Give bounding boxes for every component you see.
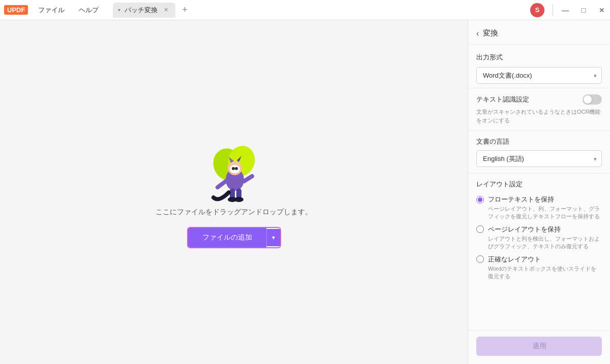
- svg-point-6: [235, 167, 238, 170]
- tab-close-icon[interactable]: ✕: [164, 7, 168, 13]
- layout-option-exact: 正確なレイアウト Wordのテキストボックスを使いスライドを復元する: [476, 255, 602, 281]
- drop-text: ここにファイルをドラッグアンドロップします。: [156, 208, 312, 217]
- layout-radio-exact[interactable]: [476, 255, 484, 263]
- svg-point-4: [230, 165, 240, 173]
- maximize-button[interactable]: □: [575, 2, 592, 18]
- layout-page-desc: レイアウトと列を検出し、フォーマットおよびグラフィック、テキストのみ復元する: [488, 235, 602, 251]
- layout-option-page: ページレイアウトを保持 レイアウトと列を検出し、フォーマットおよびグラフィック、…: [476, 225, 602, 251]
- layout-option-page-row: ページレイアウトを保持: [476, 225, 602, 234]
- close-button[interactable]: ✕: [594, 2, 610, 18]
- svg-point-12: [234, 197, 243, 202]
- language-select-wrapper: English (英語) 日本語 中国語（簡体字） フランス語 ▾: [476, 150, 602, 167]
- ocr-description: 文章がスキャンされているようなときはOCR機能をオンにする: [476, 108, 602, 124]
- layout-option-flow: フローテキストを保持 ページレイアウト、列、フォーマット、グラフィックを復元しテ…: [476, 195, 602, 221]
- menu-file[interactable]: ファイル: [32, 4, 71, 17]
- layout-option-flow-row: フローテキストを保持: [476, 195, 602, 204]
- sidebar-title: 変換: [483, 28, 498, 38]
- menu-help[interactable]: ヘルプ: [73, 4, 105, 17]
- separator: [553, 4, 553, 16]
- tab-title: バッチ変換: [125, 6, 158, 15]
- svg-point-5: [232, 167, 235, 170]
- ocr-section: テキスト認識設定 文章がスキャンされているようなときはOCR機能をオンにする: [468, 88, 610, 130]
- drop-area[interactable]: ここにファイルをドラッグアンドロップします。 ファイルの追加 ▾: [0, 20, 468, 364]
- svg-line-14: [244, 176, 252, 181]
- layout-page-label: ページレイアウトを保持: [488, 225, 561, 234]
- add-file-button-group[interactable]: ファイルの追加 ▾: [187, 227, 281, 248]
- minimize-button[interactable]: —: [557, 2, 573, 18]
- tab-add-button[interactable]: +: [177, 3, 192, 17]
- layout-option-exact-row: 正確なレイアウト: [476, 255, 602, 264]
- layout-radio-group: フローテキストを保持 ページレイアウト、列、フォーマット、グラフィックを復元しテ…: [476, 195, 602, 280]
- titlebar: UPDF ファイル ヘルプ ▾ バッチ変換 ✕ + S — □ ✕: [0, 0, 610, 20]
- layout-exact-desc: Wordのテキストボックスを使いスライドを復元する: [488, 265, 602, 281]
- menu-bar: ファイル ヘルプ: [32, 4, 105, 17]
- back-icon[interactable]: ‹: [476, 29, 479, 38]
- ocr-toggle[interactable]: [583, 94, 602, 105]
- output-format-select[interactable]: Word文書(.docx) Excel文書(.xlsx) PowerPoint文…: [476, 67, 602, 84]
- user-avatar[interactable]: S: [530, 3, 544, 17]
- add-file-dropdown-button[interactable]: ▾: [266, 229, 280, 246]
- layout-radio-page[interactable]: [476, 225, 484, 233]
- drop-illustration: [193, 137, 274, 208]
- tab-bar: ▾ バッチ変換 ✕ +: [113, 3, 530, 18]
- settings-sidebar: ‹ 変換 出力形式 Word文書(.docx) Excel文書(.xlsx) P…: [468, 20, 610, 364]
- tab-batch-convert[interactable]: ▾ バッチ変換 ✕: [113, 3, 175, 18]
- svg-line-13: [218, 181, 226, 187]
- language-section: 文書の言語 English (英語) 日本語 中国語（簡体字） フランス語 ▾: [468, 130, 610, 173]
- layout-section: レイアウト設定 フローテキストを保持 ページレイアウト、列、フォーマット、グラフ…: [468, 173, 610, 286]
- language-select[interactable]: English (英語) 日本語 中国語（簡体字） フランス語: [476, 150, 602, 167]
- layout-flow-label: フローテキストを保持: [488, 195, 554, 204]
- sidebar-header: ‹ 変換: [468, 20, 610, 45]
- output-format-select-wrapper: Word文書(.docx) Excel文書(.xlsx) PowerPoint文…: [476, 67, 602, 84]
- language-label: 文書の言語: [476, 137, 602, 146]
- app-logo: UPDF: [4, 5, 28, 15]
- add-file-button[interactable]: ファイルの追加: [188, 228, 266, 247]
- window-controls: S — □ ✕: [530, 2, 610, 18]
- layout-flow-desc: ページレイアウト、列、フォーマット、グラフィックを復元しテキストフローを保持する: [488, 205, 602, 221]
- output-format-label: 出力形式: [476, 53, 602, 62]
- sidebar-footer: 適用: [468, 330, 610, 364]
- toggle-knob: [584, 95, 592, 104]
- ocr-header: テキスト認識設定: [476, 94, 602, 105]
- main-area: ここにファイルをドラッグアンドロップします。 ファイルの追加 ▾ ‹ 変換 出力…: [0, 20, 610, 364]
- tab-dropdown-icon: ▾: [118, 7, 120, 13]
- layout-exact-label: 正確なレイアウト: [488, 255, 541, 264]
- output-format-section: 出力形式 Word文書(.docx) Excel文書(.xlsx) PowerP…: [468, 45, 610, 88]
- ocr-label: テキスト認識設定: [476, 95, 529, 104]
- layout-radio-flow[interactable]: [476, 196, 484, 204]
- layout-label: レイアウト設定: [476, 180, 602, 189]
- apply-button[interactable]: 適用: [476, 337, 602, 356]
